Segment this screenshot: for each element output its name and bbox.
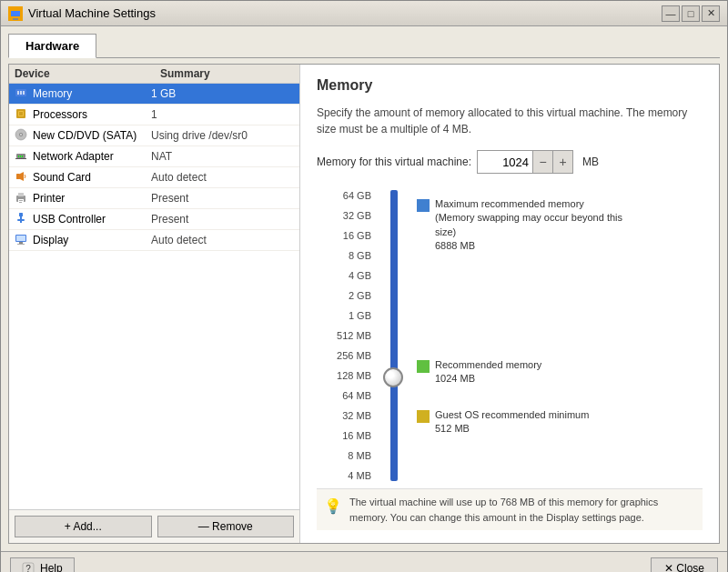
- printer-icon: [15, 191, 29, 206]
- add-button[interactable]: + Add...: [15, 516, 152, 537]
- window-title: Virtual Machine Settings: [28, 6, 156, 20]
- svg-rect-24: [19, 202, 22, 203]
- svg-rect-25: [19, 213, 23, 216]
- sound-device-summary: Auto detect: [151, 171, 294, 184]
- bottom-note: 💡 The virtual machine will use up to 768…: [317, 488, 703, 530]
- right-panel: Memory Specify the amount of memory allo…: [300, 65, 719, 543]
- memory-icon: [15, 86, 29, 101]
- main-content: Device Summary Mem: [8, 64, 720, 544]
- device-row-display[interactable]: Display Auto detect: [9, 230, 299, 251]
- display-icon: [15, 233, 29, 247]
- processors-device-name: Processors: [33, 108, 151, 121]
- device-row-printer[interactable]: Printer Present: [9, 188, 299, 209]
- content-area: Hardware Device Summary: [1, 26, 727, 551]
- cdvd-device-summary: Using drive /dev/sr0: [151, 129, 294, 142]
- tab-hardware[interactable]: Hardware: [8, 34, 96, 58]
- svg-rect-5: [20, 91, 22, 95]
- printer-device-summary: Present: [151, 192, 294, 205]
- svg-point-12: [20, 134, 22, 135]
- device-row-cdvd[interactable]: New CD/DVD (SATA) Using drive /dev/sr0: [9, 125, 299, 146]
- svg-text:?: ?: [25, 564, 31, 572]
- minimize-button[interactable]: —: [662, 5, 680, 22]
- memory-increase-button[interactable]: +: [552, 151, 572, 173]
- help-icon: ?: [22, 562, 35, 572]
- legend-max-recommended: Maximum recommended memory (Memory swapp…: [417, 197, 626, 254]
- svg-rect-16: [22, 156, 23, 157]
- legend-recommended: Recommended memory 1024 MB: [417, 358, 541, 386]
- svg-rect-14: [18, 156, 19, 157]
- display-device-name: Display: [33, 234, 151, 246]
- usb-icon: [15, 212, 29, 226]
- legend-recommended-box: [417, 360, 430, 373]
- display-device-summary: Auto detect: [151, 234, 294, 246]
- remove-button[interactable]: — Remove: [157, 516, 295, 537]
- legend-guest-value: 512 MB: [435, 422, 589, 436]
- memory-decrease-button[interactable]: −: [532, 151, 552, 173]
- slider-legend: Maximum recommended memory (Memory swapp…: [417, 190, 626, 481]
- svg-rect-31: [17, 244, 25, 245]
- sound-device-name: Sound Card: [33, 171, 151, 184]
- processors-device-summary: 1: [151, 108, 294, 121]
- legend-guest-min: Guest OS recommended minimum 512 MB: [417, 408, 589, 437]
- title-bar-buttons: — □ ✕: [662, 5, 720, 22]
- vm-icon: [8, 6, 23, 21]
- device-row-network[interactable]: Network Adapter NAT: [9, 146, 299, 167]
- cdvd-icon: [15, 128, 29, 143]
- left-panel: Device Summary Mem: [9, 65, 300, 543]
- usb-device-summary: Present: [151, 213, 294, 226]
- svg-rect-9: [19, 112, 23, 115]
- memory-input-label: Memory for this virtual machine:: [317, 156, 471, 168]
- network-device-name: Network Adapter: [33, 150, 151, 163]
- slider-thumb[interactable]: [383, 367, 403, 387]
- svg-rect-23: [19, 200, 23, 201]
- slider-track: [390, 190, 398, 481]
- legend-max-label: Maximum recommended memory: [435, 197, 626, 211]
- svg-rect-15: [20, 156, 21, 157]
- slider-track-area[interactable]: [380, 190, 408, 481]
- maximize-button[interactable]: □: [682, 5, 700, 22]
- svg-rect-2: [13, 18, 18, 20]
- device-table-header: Device Summary: [9, 65, 299, 84]
- legend-recommended-value: 1024 MB: [435, 372, 541, 386]
- bottom-bar: ? Help ✕ Close: [1, 551, 727, 572]
- svg-marker-19: [20, 172, 24, 181]
- close-window-button[interactable]: ✕: [702, 5, 720, 22]
- legend-recommended-label: Recommended memory: [435, 358, 541, 372]
- svg-rect-29: [16, 236, 25, 241]
- help-button[interactable]: ? Help: [10, 557, 75, 572]
- main-window: Virtual Machine Settings — □ ✕ Hardware …: [0, 0, 728, 572]
- legend-max-value: 6888 MB: [435, 239, 626, 253]
- processors-icon: [15, 107, 29, 122]
- memory-input-row: Memory for this virtual machine: − + MB: [317, 150, 703, 174]
- device-row-sound[interactable]: Sound Card Auto detect: [9, 167, 299, 188]
- svg-rect-21: [18, 193, 24, 196]
- tabs-row: Hardware: [8, 34, 720, 58]
- title-bar: Virtual Machine Settings — □ ✕: [1, 1, 727, 26]
- sound-icon: [15, 170, 29, 185]
- col-device-header: Device: [15, 67, 160, 80]
- title-bar-left: Virtual Machine Settings: [8, 6, 156, 21]
- device-row-processors[interactable]: Processors 1: [9, 105, 299, 125]
- lightbulb-icon: 💡: [324, 496, 342, 517]
- device-row-usb[interactable]: USB Controller Present: [9, 209, 299, 230]
- cdvd-device-name: New CD/DVD (SATA): [33, 129, 151, 142]
- section-description: Specify the amount of memory allocated t…: [317, 105, 703, 137]
- svg-rect-17: [15, 158, 26, 159]
- memory-value-input[interactable]: [478, 154, 532, 171]
- close-button[interactable]: ✕ Close: [651, 557, 718, 572]
- memory-input-group: − +: [477, 150, 573, 174]
- network-device-summary: NAT: [151, 150, 294, 163]
- bottom-note-text: The virtual machine will use up to 768 M…: [349, 495, 695, 525]
- col-summary-header: Summary: [160, 67, 294, 80]
- memory-device-name: Memory: [33, 87, 151, 100]
- svg-rect-6: [23, 91, 25, 95]
- usb-device-name: USB Controller: [33, 213, 151, 226]
- legend-guest-label: Guest OS recommended minimum: [435, 408, 589, 422]
- memory-unit-label: MB: [582, 156, 599, 168]
- device-table: Device Summary Mem: [9, 65, 299, 509]
- section-title: Memory: [317, 77, 703, 94]
- device-row-memory[interactable]: Memory 1 GB: [9, 84, 299, 105]
- memory-device-summary: 1 GB: [151, 87, 294, 100]
- legend-max-sublabel: (Memory swapping may occur beyond this s…: [435, 211, 626, 239]
- network-icon: [15, 149, 29, 164]
